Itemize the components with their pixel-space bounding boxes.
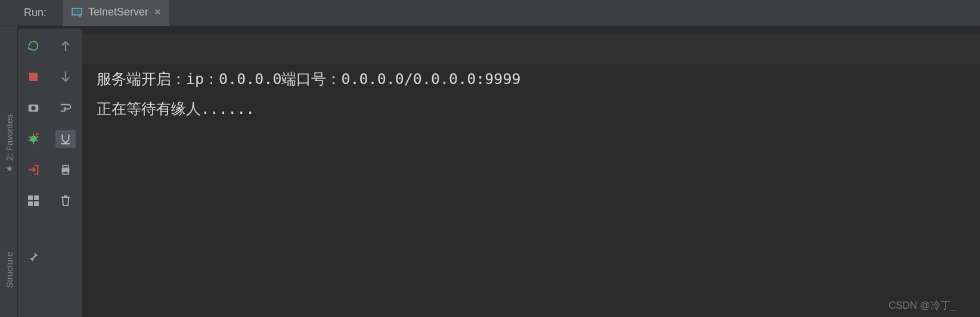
exit-button[interactable] (23, 161, 44, 179)
tab-title: TelnetServer (88, 6, 148, 18)
console-toolbar (49, 29, 82, 317)
svg-point-2 (79, 14, 82, 17)
dump-threads-button[interactable] (23, 99, 44, 117)
side-rail: ★ 2: Favorites Structure (0, 26, 18, 317)
layout-button[interactable] (23, 192, 44, 210)
run-label: Run: (24, 7, 46, 19)
tab-telnetserver[interactable]: TelnetServer × (63, 0, 169, 26)
svg-rect-9 (28, 201, 33, 206)
run-toolbar (18, 29, 49, 317)
sidebar-tab-structure[interactable]: Structure (4, 275, 14, 288)
close-icon[interactable]: × (154, 6, 161, 18)
svg-rect-12 (63, 166, 68, 169)
watermark: CSDN @冷丁_ (888, 299, 956, 312)
svg-rect-7 (28, 195, 33, 200)
stop-button[interactable] (23, 68, 44, 86)
debug-button[interactable] (23, 130, 44, 148)
console-line-2: 正在等待有缘人...... (97, 100, 255, 117)
svg-rect-8 (34, 195, 39, 200)
selection-highlight (82, 35, 980, 64)
soft-wrap-button[interactable] (55, 99, 76, 117)
svg-rect-3 (29, 73, 38, 81)
clear-all-button[interactable] (55, 192, 76, 210)
svg-rect-10 (34, 201, 39, 206)
scroll-to-end-button[interactable] (55, 130, 76, 148)
console-line-1: 服务端开启：ip：0.0.0.0端口号：0.0.0.0/0.0.0.0:9999 (97, 70, 521, 88)
svg-rect-1 (74, 10, 80, 14)
down-arrow-button[interactable] (55, 68, 76, 86)
print-button[interactable] (55, 161, 76, 179)
pin-button[interactable] (23, 248, 44, 266)
up-arrow-button[interactable] (55, 37, 76, 55)
console-output[interactable]: /Library/Java/JavaVirtualMachines/jdk1.8… (82, 29, 980, 317)
run-header: Run: TelnetServer × (0, 0, 980, 26)
star-icon: ★ (5, 163, 13, 174)
rerun-button[interactable] (23, 37, 44, 55)
svg-point-6 (30, 136, 37, 142)
sidebar-tab-favorites[interactable]: ★ 2: Favorites (4, 159, 14, 172)
svg-point-5 (31, 106, 35, 110)
svg-rect-13 (63, 172, 68, 175)
application-icon (72, 7, 82, 17)
